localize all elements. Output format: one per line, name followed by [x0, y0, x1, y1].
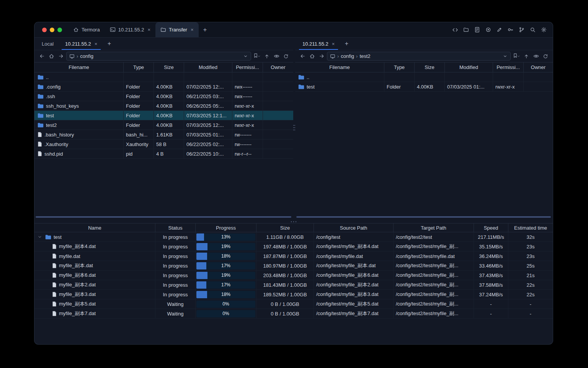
- forward-button[interactable]: [57, 52, 65, 61]
- transfer-row[interactable]: myfile_副本4.datIn progress19%197.48MB / 1…: [34, 242, 553, 251]
- settings-icon[interactable]: [539, 25, 548, 34]
- close-tab-icon[interactable]: ×: [147, 27, 150, 33]
- column-header-permissi[interactable]: Permissi...: [493, 62, 524, 72]
- file-size: 4.00KB: [415, 82, 445, 91]
- file-row[interactable]: .sshFolder4.00KB06/21/2025 03:...rwx----…: [34, 92, 293, 101]
- column-header-size[interactable]: Size: [256, 223, 314, 232]
- file-type: Folder: [124, 82, 154, 91]
- panel-tab-local[interactable]: Local: [36, 38, 59, 50]
- breadcrumb-item[interactable]: config: [341, 53, 354, 59]
- file-row[interactable]: .XauthorityXauthority58 B06/22/2025 02:.…: [34, 140, 293, 149]
- column-header-owner[interactable]: Owner: [263, 62, 293, 72]
- transfer-row[interactable]: myfile_副本2.datIn progress17%181.43MB / 1…: [34, 280, 553, 290]
- breadcrumb-item[interactable]: test2: [359, 53, 370, 59]
- transfer-row[interactable]: myfile_副本6.datIn progress19%203.48MB / 1…: [34, 271, 553, 280]
- transfer-row[interactable]: myfile_副本5.datWaiting0%0 B / 1.00GB/conf…: [34, 299, 553, 309]
- upload-button[interactable]: [522, 52, 531, 61]
- show-hidden-button[interactable]: [272, 52, 281, 61]
- column-header-size[interactable]: Size: [415, 62, 445, 72]
- refresh-button[interactable]: [282, 52, 290, 61]
- file-icon: [38, 141, 42, 147]
- path-dropdown-icon[interactable]: [243, 54, 248, 59]
- record-icon[interactable]: [484, 25, 493, 34]
- breadcrumb-item[interactable]: config: [80, 53, 93, 59]
- file-row[interactable]: .bash_historybash_hi...1.61KB07/03/2025 …: [34, 130, 293, 140]
- zoom-window-button[interactable]: [57, 28, 62, 32]
- transfer-name-cell: myfile_副本4.dat: [34, 242, 155, 251]
- file-row[interactable]: test2Folder4.00KB07/03/2025 12:...rwxr-x…: [34, 120, 293, 130]
- transfer-row[interactable]: myfile_副本3.datIn progress18%189.52MB / 1…: [34, 290, 553, 299]
- column-header-source-path[interactable]: Source Path: [314, 223, 394, 232]
- file-row[interactable]: ssh_host_keysFolder4.00KB06/26/2025 05:.…: [34, 101, 293, 111]
- column-header-target-path[interactable]: Target Path: [394, 223, 474, 232]
- close-tab-icon[interactable]: ×: [331, 41, 335, 47]
- new-window-tab-button[interactable]: +: [199, 22, 212, 37]
- folder-icon[interactable]: [462, 25, 470, 34]
- transfer-splitter[interactable]: [34, 219, 553, 223]
- file-row[interactable]: testFolder4.00KB07/03/2025 12:1...rwxr-x…: [34, 111, 293, 120]
- home-button[interactable]: [308, 52, 316, 61]
- column-header-permissi[interactable]: Permissi...: [232, 62, 263, 72]
- titlebar-tab-transfer[interactable]: Transfer×: [155, 22, 199, 37]
- bookmark-button[interactable]: [252, 52, 261, 61]
- transfer-source-path: /config/test/myfile_副本7.dat: [314, 309, 394, 318]
- chevron-down-icon[interactable]: [38, 235, 43, 239]
- column-header-status[interactable]: Status: [155, 223, 196, 232]
- file-icon: [52, 282, 57, 288]
- home-button[interactable]: [47, 52, 56, 61]
- column-header-owner[interactable]: Owner: [524, 62, 553, 72]
- transfer-row[interactable]: myfile_副本.datIn progress17%180.97MB / 1.…: [34, 261, 553, 271]
- horizontal-scrollbar[interactable]: [296, 216, 551, 218]
- transfer-row[interactable]: myfile.datIn progress18%187.87MB / 1.00G…: [34, 251, 553, 261]
- new-tab-button[interactable]: +: [103, 38, 115, 50]
- horizontal-scrollbar[interactable]: [36, 216, 291, 218]
- file-row[interactable]: .configFolder4.00KB07/02/2025 12:...rwx-…: [34, 82, 293, 92]
- search-icon[interactable]: [528, 25, 537, 34]
- transfer-row[interactable]: testIn progress13%1.11GB / 8.00GB/config…: [34, 232, 553, 242]
- file-row[interactable]: testFolder4.00KB07/03/2025 01:...rwxr-xr…: [295, 82, 553, 92]
- column-header-type[interactable]: Type: [124, 62, 154, 72]
- column-header-speed[interactable]: Speed: [474, 223, 508, 232]
- minimize-window-button[interactable]: [50, 28, 54, 32]
- show-hidden-button[interactable]: [532, 52, 540, 61]
- bookmark-button[interactable]: [512, 52, 521, 61]
- file-row[interactable]: ..: [295, 72, 553, 82]
- new-tab-button[interactable]: +: [340, 38, 353, 50]
- panel-tab-10-211-55-2[interactable]: 10.211.55.2×: [59, 38, 103, 50]
- column-header-name[interactable]: Name: [34, 223, 155, 232]
- file-name-cell: sshd.pid: [34, 149, 124, 158]
- column-header-size[interactable]: Size: [154, 62, 184, 72]
- close-window-button[interactable]: [42, 28, 47, 32]
- column-header-modified[interactable]: Modified: [184, 62, 232, 72]
- close-tab-icon[interactable]: ×: [94, 41, 98, 47]
- column-header-estimated-time[interactable]: Estimated time: [508, 223, 553, 232]
- transfer-speed: 37.43MB/s: [474, 271, 508, 280]
- log-icon[interactable]: [473, 25, 482, 34]
- column-header-filename[interactable]: Filename: [34, 62, 124, 72]
- panel-tab-10-211-55-2[interactable]: 10.211.55.2×: [297, 38, 340, 50]
- column-header-progress[interactable]: Progress: [196, 223, 256, 232]
- column-header-modified[interactable]: Modified: [445, 62, 493, 72]
- edit-icon[interactable]: [495, 25, 504, 34]
- key-icon[interactable]: [506, 25, 515, 34]
- column-header-type[interactable]: Type: [384, 62, 415, 72]
- back-button[interactable]: [38, 52, 46, 61]
- upload-button[interactable]: [263, 52, 271, 61]
- refresh-button[interactable]: [541, 52, 550, 61]
- titlebar-tab-termora[interactable]: Termora: [68, 22, 105, 37]
- close-tab-icon[interactable]: ×: [190, 27, 194, 33]
- forward-button[interactable]: [317, 52, 326, 61]
- progress-label: 18%: [196, 253, 255, 260]
- path-input[interactable]: ›config›test2: [327, 52, 511, 61]
- file-row[interactable]: sshd.pidpid4 B06/22/2025 10:...rw-r--r--: [34, 149, 293, 159]
- file-row[interactable]: ..: [34, 72, 293, 82]
- code-icon[interactable]: [451, 25, 459, 34]
- path-dropdown-icon[interactable]: [503, 54, 508, 59]
- titlebar-tab-10-211-55-2[interactable]: 10.211.55.2×: [105, 22, 155, 37]
- transfer-row[interactable]: myfile_副本7.datWaiting0%0 B / 1.00GB/conf…: [34, 309, 553, 319]
- path-input[interactable]: ›config: [66, 52, 251, 61]
- branch-icon[interactable]: [517, 25, 526, 34]
- back-button[interactable]: [298, 52, 307, 61]
- column-header-filename[interactable]: Filename: [295, 62, 384, 72]
- file-name: sshd.pid: [44, 151, 63, 157]
